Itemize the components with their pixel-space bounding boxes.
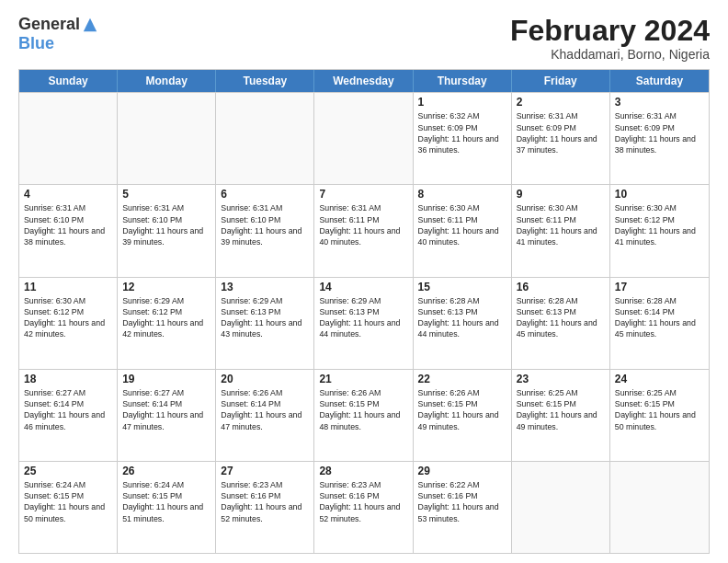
day-number: 5 — [122, 188, 210, 201]
day-info: Sunrise: 6:26 AM Sunset: 6:14 PM Dayligh… — [221, 387, 309, 432]
cal-cell: 1Sunrise: 6:32 AM Sunset: 6:09 PM Daylig… — [414, 93, 512, 184]
day-number: 26 — [122, 465, 210, 477]
day-number: 25 — [24, 465, 112, 477]
day-number: 4 — [24, 188, 112, 201]
week-row-2: 11Sunrise: 6:30 AM Sunset: 6:12 PM Dayli… — [19, 277, 709, 369]
day-info: Sunrise: 6:31 AM Sunset: 6:09 PM Dayligh… — [615, 110, 704, 155]
day-info: Sunrise: 6:28 AM Sunset: 6:13 PM Dayligh… — [517, 295, 605, 340]
day-number: 9 — [517, 188, 605, 201]
day-number: 29 — [418, 465, 506, 477]
day-info: Sunrise: 6:32 AM Sunset: 6:09 PM Dayligh… — [418, 110, 506, 155]
day-info: Sunrise: 6:26 AM Sunset: 6:15 PM Dayligh… — [319, 387, 407, 432]
day-info: Sunrise: 6:25 AM Sunset: 6:15 PM Dayligh… — [517, 387, 605, 432]
cal-cell — [19, 93, 118, 184]
week-row-3: 18Sunrise: 6:27 AM Sunset: 6:14 PM Dayli… — [19, 369, 709, 461]
day-number: 13 — [221, 281, 309, 293]
logo: General Blue — [18, 15, 98, 53]
day-number: 23 — [517, 373, 605, 385]
cal-cell: 28Sunrise: 6:23 AM Sunset: 6:16 PM Dayli… — [314, 462, 413, 553]
day-info: Sunrise: 6:24 AM Sunset: 6:15 PM Dayligh… — [122, 479, 210, 524]
day-info: Sunrise: 6:27 AM Sunset: 6:14 PM Dayligh… — [122, 387, 210, 432]
day-info: Sunrise: 6:23 AM Sunset: 6:16 PM Dayligh… — [221, 479, 309, 524]
day-number: 10 — [615, 188, 704, 201]
day-info: Sunrise: 6:30 AM Sunset: 6:11 PM Dayligh… — [418, 202, 506, 247]
day-number: 21 — [319, 373, 407, 385]
cal-cell: 27Sunrise: 6:23 AM Sunset: 6:16 PM Dayli… — [216, 462, 314, 553]
day-number: 27 — [221, 465, 309, 477]
day-number: 3 — [615, 96, 704, 109]
cal-cell: 17Sunrise: 6:28 AM Sunset: 6:14 PM Dayli… — [610, 278, 709, 369]
day-info: Sunrise: 6:28 AM Sunset: 6:13 PM Dayligh… — [418, 295, 506, 340]
cal-cell: 18Sunrise: 6:27 AM Sunset: 6:14 PM Dayli… — [19, 370, 118, 461]
page: General Blue February 2024 Khaddamari, B… — [0, 0, 728, 563]
day-number: 15 — [418, 281, 506, 293]
day-number: 14 — [319, 281, 407, 293]
cal-cell: 16Sunrise: 6:28 AM Sunset: 6:13 PM Dayli… — [512, 278, 610, 369]
day-info: Sunrise: 6:25 AM Sunset: 6:15 PM Dayligh… — [615, 387, 704, 432]
cal-cell: 24Sunrise: 6:25 AM Sunset: 6:15 PM Dayli… — [610, 370, 709, 461]
cal-cell: 19Sunrise: 6:27 AM Sunset: 6:14 PM Dayli… — [118, 370, 216, 461]
cal-cell — [610, 462, 709, 553]
day-info: Sunrise: 6:30 AM Sunset: 6:12 PM Dayligh… — [24, 295, 112, 340]
day-number: 24 — [615, 373, 704, 385]
cal-cell: 4Sunrise: 6:31 AM Sunset: 6:10 PM Daylig… — [19, 185, 118, 276]
logo-blue-text: Blue — [18, 34, 54, 53]
cal-cell: 22Sunrise: 6:26 AM Sunset: 6:15 PM Dayli… — [414, 370, 512, 461]
day-info: Sunrise: 6:30 AM Sunset: 6:11 PM Dayligh… — [517, 202, 605, 247]
header: General Blue February 2024 Khaddamari, B… — [18, 15, 710, 62]
cal-cell — [512, 462, 610, 553]
cal-cell: 21Sunrise: 6:26 AM Sunset: 6:15 PM Dayli… — [314, 370, 413, 461]
day-header-tuesday: Tuesday — [216, 70, 314, 92]
day-header-friday: Friday — [512, 70, 610, 92]
day-number: 19 — [122, 373, 210, 385]
cal-cell: 14Sunrise: 6:29 AM Sunset: 6:13 PM Dayli… — [314, 278, 413, 369]
day-number: 16 — [517, 281, 605, 293]
day-info: Sunrise: 6:24 AM Sunset: 6:15 PM Dayligh… — [24, 479, 112, 524]
cal-cell: 23Sunrise: 6:25 AM Sunset: 6:15 PM Dayli… — [512, 370, 610, 461]
week-row-4: 25Sunrise: 6:24 AM Sunset: 6:15 PM Dayli… — [19, 461, 709, 553]
svg-marker-0 — [84, 17, 97, 30]
day-number: 18 — [24, 373, 112, 385]
cal-cell: 13Sunrise: 6:29 AM Sunset: 6:13 PM Dayli… — [216, 278, 314, 369]
day-info: Sunrise: 6:31 AM Sunset: 6:11 PM Dayligh… — [319, 202, 407, 247]
day-number: 12 — [122, 281, 210, 293]
day-info: Sunrise: 6:26 AM Sunset: 6:15 PM Dayligh… — [418, 387, 506, 432]
logo-general-text: General — [18, 15, 80, 34]
logo-icon — [82, 17, 98, 33]
week-row-0: 1Sunrise: 6:32 AM Sunset: 6:09 PM Daylig… — [19, 92, 709, 184]
cal-cell: 26Sunrise: 6:24 AM Sunset: 6:15 PM Dayli… — [118, 462, 216, 553]
cal-cell — [216, 93, 314, 184]
cal-cell — [118, 93, 216, 184]
day-number: 20 — [221, 373, 309, 385]
calendar-subtitle: Khaddamari, Borno, Nigeria — [510, 47, 710, 62]
day-number: 17 — [615, 281, 704, 293]
cal-cell: 5Sunrise: 6:31 AM Sunset: 6:10 PM Daylig… — [118, 185, 216, 276]
cal-cell: 3Sunrise: 6:31 AM Sunset: 6:09 PM Daylig… — [610, 93, 709, 184]
cal-cell: 8Sunrise: 6:30 AM Sunset: 6:11 PM Daylig… — [414, 185, 512, 276]
cal-cell: 20Sunrise: 6:26 AM Sunset: 6:14 PM Dayli… — [216, 370, 314, 461]
cal-cell: 10Sunrise: 6:30 AM Sunset: 6:12 PM Dayli… — [610, 185, 709, 276]
day-info: Sunrise: 6:31 AM Sunset: 6:10 PM Dayligh… — [122, 202, 210, 247]
calendar-body: 1Sunrise: 6:32 AM Sunset: 6:09 PM Daylig… — [19, 92, 709, 553]
day-number: 6 — [221, 188, 309, 201]
calendar-title: February 2024 — [510, 15, 710, 47]
cal-cell: 6Sunrise: 6:31 AM Sunset: 6:10 PM Daylig… — [216, 185, 314, 276]
day-info: Sunrise: 6:29 AM Sunset: 6:13 PM Dayligh… — [319, 295, 407, 340]
header-right: February 2024 Khaddamari, Borno, Nigeria — [510, 15, 710, 62]
cal-cell: 9Sunrise: 6:30 AM Sunset: 6:11 PM Daylig… — [512, 185, 610, 276]
day-info: Sunrise: 6:29 AM Sunset: 6:12 PM Dayligh… — [122, 295, 210, 340]
day-number: 2 — [517, 96, 605, 109]
day-info: Sunrise: 6:30 AM Sunset: 6:12 PM Dayligh… — [615, 202, 704, 247]
day-info: Sunrise: 6:27 AM Sunset: 6:14 PM Dayligh… — [24, 387, 112, 432]
day-info: Sunrise: 6:29 AM Sunset: 6:13 PM Dayligh… — [221, 295, 309, 340]
day-info: Sunrise: 6:31 AM Sunset: 6:10 PM Dayligh… — [221, 202, 309, 247]
day-number: 8 — [418, 188, 506, 201]
cal-cell: 2Sunrise: 6:31 AM Sunset: 6:09 PM Daylig… — [512, 93, 610, 184]
cal-cell: 11Sunrise: 6:30 AM Sunset: 6:12 PM Dayli… — [19, 278, 118, 369]
day-info: Sunrise: 6:28 AM Sunset: 6:14 PM Dayligh… — [615, 295, 704, 340]
day-info: Sunrise: 6:31 AM Sunset: 6:09 PM Dayligh… — [517, 110, 605, 155]
day-header-saturday: Saturday — [610, 70, 709, 92]
week-row-1: 4Sunrise: 6:31 AM Sunset: 6:10 PM Daylig… — [19, 184, 709, 276]
day-header-sunday: Sunday — [19, 70, 118, 92]
day-info: Sunrise: 6:31 AM Sunset: 6:10 PM Dayligh… — [24, 202, 112, 247]
